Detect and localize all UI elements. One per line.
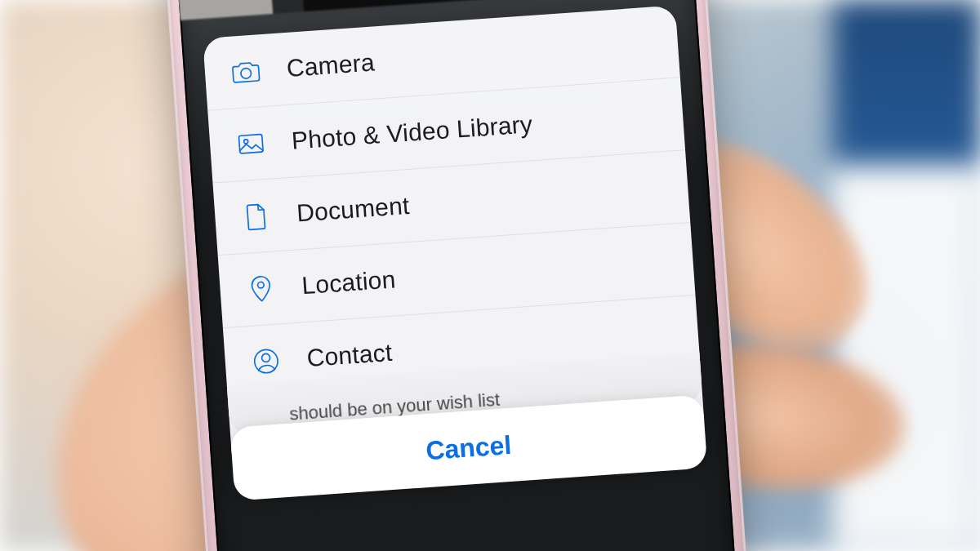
action-label: Camera	[286, 48, 376, 82]
camera-icon	[227, 52, 265, 91]
document-icon	[237, 198, 275, 236]
location-pin-icon	[242, 269, 280, 308]
svg-point-5	[261, 353, 270, 362]
cancel-label: Cancel	[425, 429, 512, 465]
iphone: Camera Photo & Video Library Document	[155, 0, 759, 551]
screen: Camera Photo & Video Library Document	[167, 0, 747, 551]
svg-point-3	[257, 282, 264, 288]
action-label: Contact	[306, 339, 394, 372]
svg-point-0	[241, 68, 252, 78]
photo-library-icon	[232, 125, 270, 163]
svg-rect-1	[238, 134, 263, 153]
action-label: Document	[296, 192, 410, 228]
svg-point-2	[244, 140, 248, 144]
contact-icon	[247, 342, 285, 380]
action-label: Location	[301, 265, 396, 300]
action-label: Photo & Video Library	[291, 110, 533, 155]
